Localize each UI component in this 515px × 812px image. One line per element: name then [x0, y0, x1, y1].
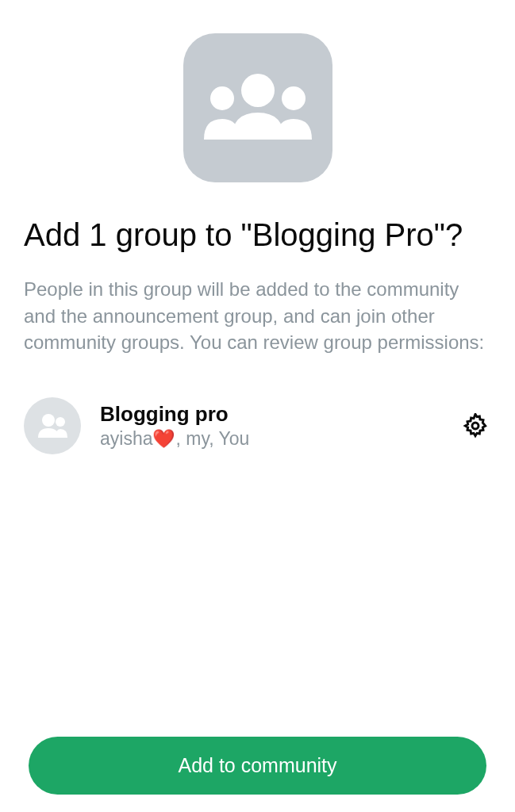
svg-point-5 [472, 423, 478, 429]
group-name: Blogging pro [100, 402, 459, 427]
hero-icon-container [0, 0, 515, 182]
add-to-community-button[interactable]: Add to community [29, 737, 486, 795]
group-info: Blogging pro ayisha❤️, my, You [81, 402, 459, 450]
svg-point-2 [282, 86, 306, 110]
group-settings-button[interactable] [459, 410, 491, 442]
svg-point-3 [42, 414, 55, 427]
cta-container: Add to community [0, 737, 515, 795]
gear-icon [463, 413, 488, 439]
group-row: Blogging pro ayisha❤️, my, You [0, 356, 515, 454]
svg-point-1 [210, 86, 234, 110]
people-group-icon [198, 68, 317, 147]
group-hero-icon [183, 33, 332, 182]
group-members: ayisha❤️, my, You [100, 428, 459, 450]
svg-point-4 [56, 417, 65, 427]
page-title: Add 1 group to "Blogging Pro"? [0, 182, 515, 254]
group-avatar [24, 397, 81, 454]
svg-point-0 [241, 74, 275, 107]
group-avatar-icon [37, 412, 68, 439]
page-description: People in this group will be added to th… [0, 254, 515, 356]
